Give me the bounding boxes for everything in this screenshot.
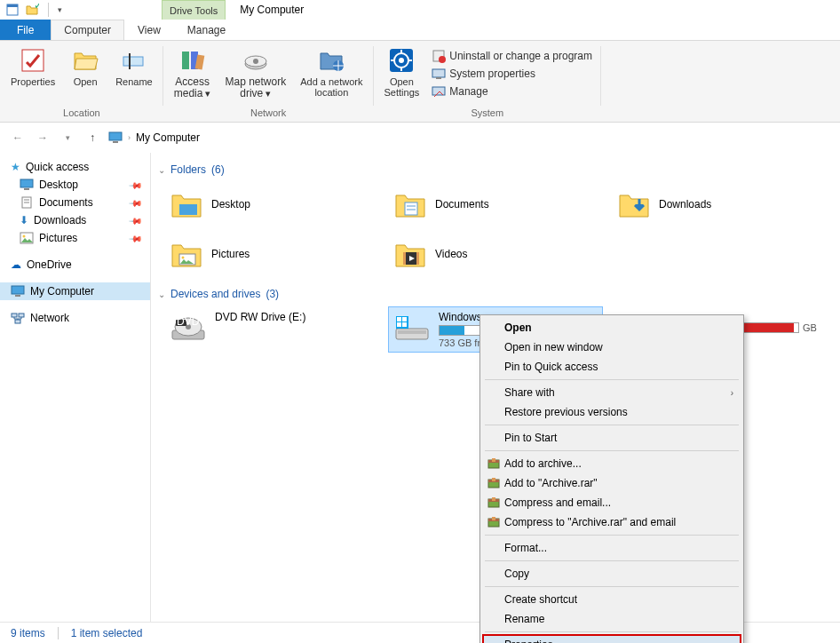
rename-button[interactable]: Rename — [110, 44, 158, 89]
svg-rect-56 — [397, 317, 401, 322]
folder-item-documents[interactable]: Documents — [389, 183, 602, 226]
contextual-tab-drive-tools[interactable]: Drive Tools — [162, 0, 226, 20]
folder-label: Downloads — [659, 198, 711, 210]
folder-label: Documents — [435, 198, 489, 210]
ctx-separator — [485, 631, 739, 632]
sidebar-item-my-computer[interactable]: My Computer — [0, 282, 150, 300]
ctx-compress-email[interactable]: Compress and email... — [483, 493, 741, 512]
sidebar-item-onedrive[interactable]: ☁ OneDrive — [0, 256, 150, 274]
svg-rect-65 — [492, 478, 495, 481]
ctx-add-archive[interactable]: Add to archive... — [483, 454, 741, 473]
status-selection-count: 1 item selected — [71, 627, 143, 639]
ctx-add-rar[interactable]: Add to "Archive.rar" — [483, 473, 741, 493]
qat-new-folder-icon[interactable]: ✓ — [25, 3, 39, 17]
tab-file[interactable]: File — [0, 20, 51, 40]
address-bar[interactable]: › My Computer — [108, 131, 200, 145]
map-drive-button[interactable]: Map network drive ▾ — [219, 44, 291, 101]
uninstall-icon — [432, 49, 446, 63]
ctx-pin-quick-access[interactable]: Pin to Quick access — [483, 357, 741, 377]
svg-rect-58 — [397, 322, 401, 327]
ctx-copy[interactable]: Copy — [483, 564, 741, 583]
navigation-bar: ← → ▾ ↑ › My Computer — [0, 123, 840, 153]
ctx-separator — [485, 586, 739, 587]
tab-manage[interactable]: Manage — [174, 20, 239, 40]
tab-computer[interactable]: Computer — [51, 20, 124, 40]
qat-dropdown-icon[interactable]: ▾ — [58, 5, 62, 14]
sidebar-item-pictures[interactable]: Pictures 📌 — [0, 229, 150, 247]
open-settings-button[interactable]: Open Settings — [379, 44, 425, 99]
folder-item-downloads[interactable]: Downloads — [613, 183, 826, 226]
group-label-system: System — [379, 107, 597, 120]
devices-section-count: (3) — [265, 288, 279, 300]
drive-item-partial[interactable]: GB — [742, 322, 822, 334]
pin-icon: 📌 — [129, 178, 143, 192]
properties-label: Properties — [11, 76, 55, 87]
drive-item-dvd[interactable]: DVD DVD RW Drive (E:) — [165, 307, 378, 352]
folder-item-desktop[interactable]: Desktop — [165, 183, 378, 226]
quick-access-header[interactable]: ★ Quick access — [0, 158, 150, 176]
open-button[interactable]: Open — [64, 44, 107, 89]
folder-item-videos[interactable]: Videos — [389, 233, 602, 275]
uninstall-program-button[interactable]: Uninstall or change a program — [428, 48, 596, 64]
system-properties-label: System properties — [449, 67, 535, 80]
properties-button[interactable]: Properties — [5, 44, 60, 89]
pictures-icon — [20, 232, 34, 244]
folder-item-pictures[interactable]: Pictures — [165, 233, 378, 275]
ctx-create-shortcut[interactable]: Create shortcut — [483, 590, 741, 609]
ctx-compress-rar-email[interactable]: Compress to "Archive.rar" and email — [483, 512, 741, 532]
system-properties-button[interactable]: System properties — [428, 66, 596, 82]
svg-rect-6 — [182, 52, 189, 69]
ctx-open-new-window[interactable]: Open in new window — [483, 337, 741, 357]
recent-dropdown[interactable]: ▾ — [59, 129, 76, 147]
svg-rect-57 — [402, 317, 407, 322]
folders-section-header[interactable]: ⌄ Folders (6) — [158, 163, 833, 176]
back-button[interactable]: ← — [9, 129, 27, 147]
ctx-properties[interactable]: Properties — [483, 635, 741, 643]
pin-icon: 📌 — [129, 213, 143, 227]
folder-documents-icon — [392, 187, 428, 222]
sidebar-label: OneDrive — [27, 258, 72, 271]
rename-icon — [120, 46, 148, 75]
ctx-restore-versions[interactable]: Restore previous versions — [483, 402, 741, 422]
network-icon — [11, 312, 25, 324]
svg-rect-54 — [398, 330, 426, 334]
sidebar-item-downloads[interactable]: ⬇ Downloads 📌 — [0, 211, 150, 229]
sidebar-item-network[interactable]: Network — [0, 309, 150, 327]
settings-icon — [387, 46, 416, 75]
ctx-share-with[interactable]: Share with› — [483, 383, 741, 402]
pin-icon: 📌 — [129, 231, 143, 245]
ctx-open[interactable]: Open — [483, 318, 741, 337]
ctx-separator — [485, 560, 739, 561]
tab-view[interactable]: View — [124, 20, 174, 40]
svg-rect-4 — [123, 57, 143, 66]
qat-properties-icon[interactable] — [5, 3, 20, 17]
add-network-location-button[interactable]: Add a network location — [295, 44, 368, 101]
status-separator — [58, 627, 59, 639]
svg-rect-3 — [22, 50, 44, 71]
sidebar-item-documents[interactable]: Documents 📌 — [0, 194, 150, 211]
map-drive-label: Map network drive ▾ — [225, 76, 286, 99]
svg-point-11 — [253, 59, 258, 64]
chevron-right-icon: › — [731, 388, 733, 398]
manage-icon — [432, 84, 446, 99]
svg-rect-46 — [403, 252, 406, 265]
access-media-button[interactable]: Access media ▾ — [169, 44, 217, 101]
devices-section-header[interactable]: ⌄ Devices and drives (3) — [158, 288, 833, 300]
uninstall-label: Uninstall or change a program — [449, 50, 592, 62]
ctx-rename[interactable]: Rename — [483, 609, 741, 629]
ctx-format[interactable]: Format... — [483, 538, 741, 558]
group-label-network: Network — [169, 107, 368, 120]
sidebar-label: Desktop — [39, 179, 78, 191]
drive-label: DVD RW Drive (E:) — [215, 311, 305, 323]
map-drive-icon — [242, 46, 270, 75]
chevron-down-icon: ⌄ — [158, 290, 165, 299]
forward-button[interactable]: → — [34, 129, 52, 147]
up-button[interactable]: ↑ — [83, 129, 101, 147]
ctx-pin-start[interactable]: Pin to Start — [483, 428, 741, 448]
svg-rect-71 — [492, 517, 495, 520]
manage-button[interactable]: Manage — [428, 83, 596, 99]
address-text: My Computer — [136, 131, 200, 144]
svg-rect-40 — [405, 202, 417, 215]
open-folder-icon — [71, 46, 99, 75]
sidebar-item-desktop[interactable]: Desktop 📌 — [0, 176, 150, 194]
